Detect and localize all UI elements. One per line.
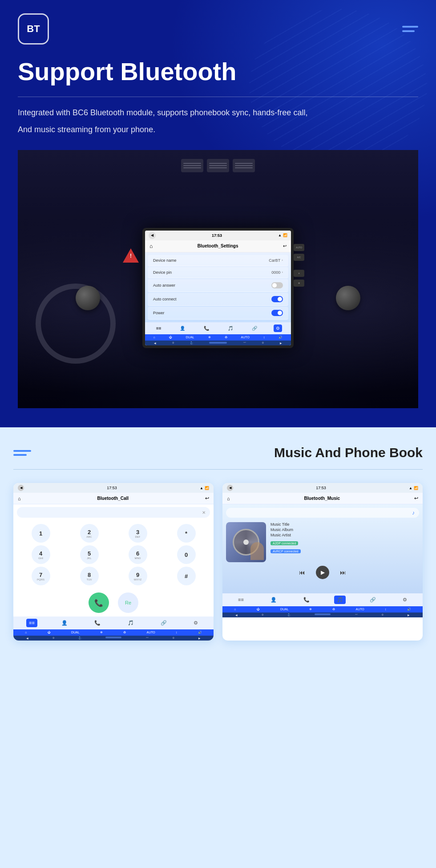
call-buttons: 📞 Re: [13, 589, 214, 617]
dial-3[interactable]: 3DEF: [129, 524, 147, 543]
vent-left: [181, 159, 203, 172]
music-back-btn[interactable]: ◀: [227, 485, 233, 491]
dial-hash[interactable]: #: [177, 567, 196, 585]
power-toggle[interactable]: [271, 310, 283, 316]
call-nav: ≡≡ 👤 📞 🎵 🔗 ⚙: [13, 617, 214, 629]
screen-back-btn[interactable]: ◀: [149, 232, 156, 239]
call-ac2-seat[interactable]: 💺: [78, 637, 81, 640]
screen-nav-contact[interactable]: 👤: [178, 324, 187, 332]
call-close-btn[interactable]: ↩: [205, 495, 209, 501]
music-ac2-slider[interactable]: [315, 613, 331, 615]
call-nav-phone[interactable]: 📞: [92, 619, 103, 627]
screen-nav-apps[interactable]: ≡≡: [154, 324, 164, 332]
dial-4[interactable]: 4GHI: [32, 545, 50, 564]
call-ac2-wind[interactable]: 〰: [146, 637, 149, 640]
dial-6[interactable]: 6MNO: [129, 545, 147, 564]
ac-snow[interactable]: ❄: [208, 336, 211, 339]
screen-header: ⌂ Bluetooth_Settings ↩: [145, 240, 291, 252]
hamburger-menu[interactable]: [402, 26, 418, 32]
music-nav-contact[interactable]: 👤: [268, 596, 279, 604]
chevron-icon: ›: [282, 258, 283, 262]
music-nav-music[interactable]: 🎵: [334, 596, 346, 604]
bottom-section: Music And Phone Book ◀ 17:53 ▲📶 ⌂ Blueto…: [0, 427, 436, 868]
music-ac-snow[interactable]: ❄: [309, 608, 312, 611]
call-ac-recycle[interactable]: ♻: [123, 631, 126, 634]
music-ac-power[interactable]: ⏻: [257, 608, 260, 611]
call-ac-fan[interactable]: ↕: [176, 631, 178, 634]
music-ac2-seat[interactable]: 💺: [287, 613, 291, 617]
music-ac-auto: AUTO: [355, 608, 364, 611]
avrcp-badge: AVRCP connected: [270, 549, 301, 553]
ac2-seat[interactable]: 💺: [190, 341, 193, 345]
dial-2[interactable]: 2ABC: [80, 524, 99, 543]
ac2-back[interactable]: ◀: [154, 341, 156, 345]
chevron-icon2: ›: [282, 270, 283, 274]
call-home-btn[interactable]: ⌂: [18, 496, 21, 501]
prev-btn[interactable]: ⏮: [297, 567, 307, 578]
music-nav-phone[interactable]: 📞: [301, 596, 312, 604]
call-clear-btn[interactable]: ✕: [202, 510, 206, 515]
music-note-icon[interactable]: ♪: [412, 510, 415, 516]
call-back-btn[interactable]: ◀: [18, 485, 24, 491]
ac-recycle[interactable]: ♻: [225, 336, 227, 339]
music-nav-settings[interactable]: ⚙: [400, 596, 410, 604]
screen-close-btn[interactable]: ↩: [283, 243, 287, 248]
dial-8[interactable]: 8TUV: [80, 567, 99, 585]
call-ac-snow[interactable]: ❄: [100, 631, 103, 634]
screen-home-btn[interactable]: ⌂: [149, 243, 153, 249]
side-btn-ac[interactable]: A/C: [294, 254, 304, 261]
play-btn[interactable]: ▶: [316, 566, 329, 579]
dial-1[interactable]: 1: [32, 524, 50, 543]
answer-btn[interactable]: 📞: [89, 592, 109, 613]
recall-btn[interactable]: Re: [118, 592, 138, 613]
call-nav-link[interactable]: 🔗: [158, 619, 170, 627]
screen-nav-link[interactable]: 🔗: [250, 324, 259, 332]
music-close-btn[interactable]: ↩: [414, 495, 418, 501]
ac2-slider[interactable]: [209, 342, 227, 344]
call-ac-vol[interactable]: 🔊: [198, 631, 202, 634]
auto-connect-row: Auto connect: [148, 293, 288, 306]
music-ac-home[interactable]: ⌂: [234, 608, 236, 611]
knob-left: [76, 286, 100, 310]
auto-answer-toggle[interactable]: [271, 282, 283, 288]
music-ac-vol[interactable]: 🔊: [407, 608, 411, 611]
music-nav-apps[interactable]: ≡≡: [235, 596, 246, 604]
side-btn-x[interactable]: ✕: [294, 270, 304, 277]
dial-7[interactable]: 7PQRS: [32, 567, 50, 585]
music-nav-link[interactable]: 🔗: [367, 596, 379, 604]
music-ac2-wind[interactable]: 〰: [355, 613, 358, 617]
ac-home[interactable]: ⌂: [153, 336, 155, 339]
dial-5[interactable]: 5JKL: [80, 545, 99, 564]
call-nav-music[interactable]: 🎵: [125, 619, 137, 627]
music-ac2-back[interactable]: ◀: [235, 613, 238, 617]
ac-power[interactable]: ⏻: [169, 336, 172, 339]
music-ac-recycle[interactable]: ♻: [332, 608, 335, 611]
auto-connect-toggle[interactable]: [271, 296, 283, 302]
ac2-next[interactable]: ▶: [280, 341, 282, 345]
ac-fan[interactable]: ↕: [263, 336, 265, 339]
call-ac-power[interactable]: ⏻: [48, 631, 51, 634]
call-ac2-slider[interactable]: [105, 637, 121, 638]
dial-9[interactable]: 9WXYZ: [129, 567, 147, 585]
side-btn-fan[interactable]: ✻: [294, 280, 304, 287]
dial-star[interactable]: *: [177, 524, 196, 543]
side-btn-auto[interactable]: AUTO: [294, 244, 304, 251]
call-nav-contact[interactable]: 👤: [59, 619, 70, 627]
ac-vol[interactable]: 🔊: [279, 336, 283, 339]
screen-nav-phone[interactable]: 📞: [202, 324, 211, 332]
dial-0[interactable]: 0: [177, 545, 196, 564]
call-ac2-back[interactable]: ◀: [26, 637, 28, 640]
next-btn[interactable]: ⏭: [338, 567, 348, 578]
ac2-wind[interactable]: 〰: [243, 341, 246, 344]
screen-nav-settings[interactable]: ⚙: [274, 324, 282, 332]
bottom-menu-icon[interactable]: [13, 450, 31, 456]
call-ac2-next[interactable]: ▶: [198, 637, 201, 640]
music-home-btn[interactable]: ⌂: [227, 496, 230, 501]
music-ac2-next[interactable]: ▶: [408, 613, 410, 617]
side-buttons: AUTO A/C ✕ ✻: [294, 244, 304, 287]
call-nav-apps[interactable]: ≡≡: [26, 619, 37, 627]
music-ac-fan[interactable]: ↕: [385, 608, 387, 611]
call-ac-home[interactable]: ⌂: [25, 631, 27, 634]
screen-nav-music[interactable]: 🎵: [226, 324, 235, 332]
call-nav-settings[interactable]: ⚙: [191, 619, 201, 627]
